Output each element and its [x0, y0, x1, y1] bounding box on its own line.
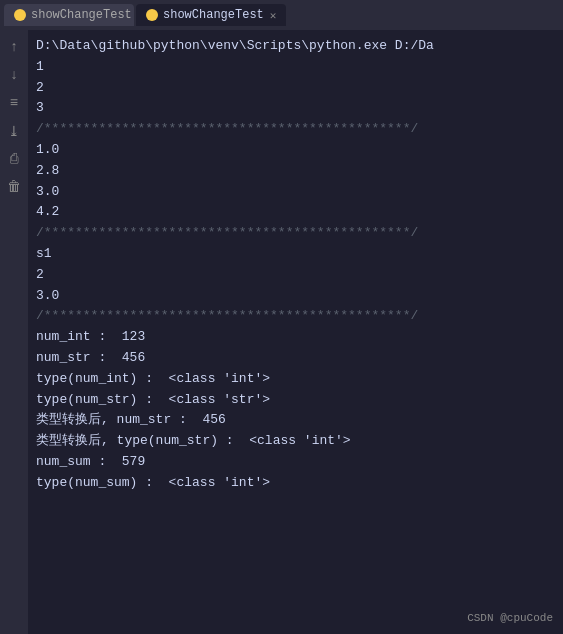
terminal-line: num_int : 123	[36, 327, 555, 348]
terminal-line: num_sum : 579	[36, 452, 555, 473]
terminal-output: D:\Data\github\python\venv\Scripts\pytho…	[28, 30, 563, 634]
terminal-line: type(num_int) : <class 'int'>	[36, 369, 555, 390]
terminal-line: 1	[36, 57, 555, 78]
terminal-line: /***************************************…	[36, 306, 555, 327]
tab-bar: showChangeTest.py showChangeTest ✕	[0, 0, 563, 30]
down-icon[interactable]: ↓	[5, 66, 23, 84]
terminal-line: 3.0	[36, 286, 555, 307]
terminal-line: type(num_str) : <class 'str'>	[36, 390, 555, 411]
terminal-line: /***************************************…	[36, 223, 555, 244]
print-icon[interactable]: ⎙	[5, 150, 23, 168]
terminal-line: num_str : 456	[36, 348, 555, 369]
terminal-line: s1	[36, 244, 555, 265]
tab-active-icon	[146, 9, 158, 21]
terminal-line: type(num_sum) : <class 'int'>	[36, 473, 555, 494]
trash-icon[interactable]: 🗑	[5, 178, 23, 196]
main-area: ↑ ↓ ≡ ⤓ ⎙ 🗑 D:\Data\github\python\venv\S…	[0, 30, 563, 634]
watermark: CSDN @cpuCode	[467, 612, 553, 624]
tab-inactive-icon	[14, 9, 26, 21]
list-icon[interactable]: ≡	[5, 94, 23, 112]
up-icon[interactable]: ↑	[5, 38, 23, 56]
terminal-line: 3	[36, 98, 555, 119]
terminal-line: 2	[36, 265, 555, 286]
terminal-line: /***************************************…	[36, 119, 555, 140]
terminal-line: 类型转换后, type(num_str) : <class 'int'>	[36, 431, 555, 452]
terminal-line: 1.0	[36, 140, 555, 161]
terminal-line: 2.8	[36, 161, 555, 182]
terminal-line: 3.0	[36, 182, 555, 203]
tab-inactive[interactable]: showChangeTest.py	[4, 4, 134, 26]
tab-active-label: showChangeTest	[163, 8, 264, 22]
terminal-line: 类型转换后, num_str : 456	[36, 410, 555, 431]
download-icon[interactable]: ⤓	[5, 122, 23, 140]
sidebar: ↑ ↓ ≡ ⤓ ⎙ 🗑	[0, 30, 28, 634]
terminal-line: 2	[36, 78, 555, 99]
tab-inactive-label: showChangeTest.py	[31, 8, 134, 22]
tab-active[interactable]: showChangeTest ✕	[136, 4, 286, 26]
tab-close-icon[interactable]: ✕	[270, 9, 277, 22]
terminal-line: 4.2	[36, 202, 555, 223]
terminal-line: D:\Data\github\python\venv\Scripts\pytho…	[36, 36, 555, 57]
